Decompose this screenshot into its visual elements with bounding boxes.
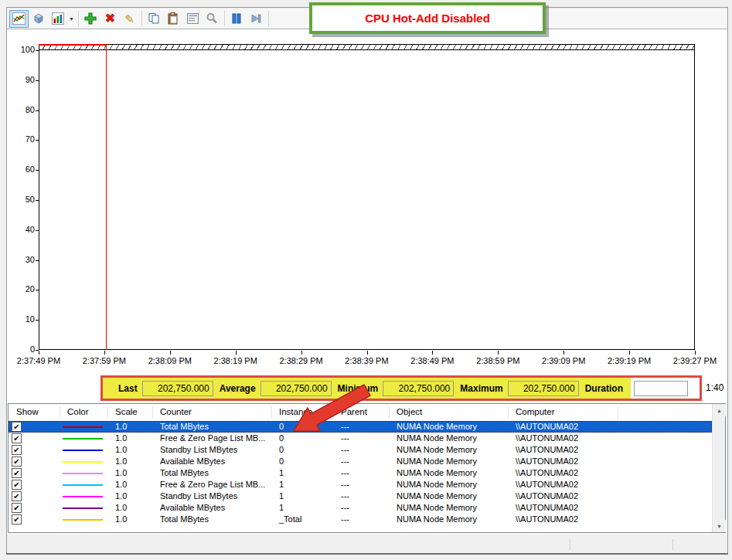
y-tick-label: 40 [2,225,35,234]
legend-row[interactable]: ✔1.0Total MBytes1---NUMA Node Memory\\AU… [9,467,712,479]
duration-value: 1:40 [706,382,723,393]
legend-row[interactable]: ✔1.0Standby List MBytes0---NUMA Node Mem… [9,444,712,456]
chart-type-icon [52,12,64,25]
y-tick-label: 0 [2,344,35,354]
scale-cell: 1.0 [115,491,151,501]
show-checkbox[interactable]: ✔ [12,468,22,478]
column-header-instance[interactable]: Instance [279,407,312,416]
computer-cell: \\AUTONUMA02 [516,514,624,524]
line-chart-view-button[interactable] [9,10,29,28]
object-cell: NUMA Node Memory [397,480,506,489]
scale-cell: 1.0 [115,433,151,443]
column-header-show[interactable]: Show [16,407,39,416]
scroll-up-icon: ▲ [717,408,722,413]
add-counter-button[interactable] [81,10,100,28]
counter-cell: Standby List MBytes [160,445,273,454]
delete-counter-icon: ✖ [105,12,115,25]
legend-row[interactable]: ✔1.0Free & Zero Page List MB...1---NUMA … [9,479,712,490]
toolbar-separator [224,11,225,26]
show-checkbox[interactable]: ✔ [12,514,22,524]
x-tick-label: 2:38:29 PM [268,356,335,365]
counter-cell: Available MBytes [160,456,273,466]
computer-cell: \\AUTONUMA02 [516,422,624,431]
counter-cell: Free & Zero Page List MB... [160,433,273,443]
highlight-button[interactable]: ✎ [120,10,139,28]
legend-header-row: ShowColorScaleCounterInstanceParentObjec… [9,404,712,421]
update-data-button[interactable] [247,10,266,28]
y-tick-mark [36,140,39,141]
show-checkbox[interactable]: ✔ [12,422,22,432]
column-header-object[interactable]: Object [397,407,422,416]
minimum-label: Minimum [338,383,379,394]
column-separator [107,406,108,419]
show-checkbox[interactable]: ✔ [12,480,22,490]
y-tick-label: 50 [2,195,35,204]
show-checkbox[interactable]: ✔ [12,491,22,501]
dropdown-caret-icon[interactable]: ▼ [69,16,74,22]
column-separator [389,406,390,419]
paste-counter-list-button[interactable] [164,10,183,28]
counter-cell: Total MBytes [160,422,273,431]
counter-cell: Total MBytes [160,514,273,524]
parent-cell: --- [341,491,387,501]
column-header-counter[interactable]: Counter [160,407,192,416]
color-swatch [63,496,103,497]
computer-cell: \\AUTONUMA02 [516,480,624,489]
column-header-scale[interactable]: Scale [115,407,138,416]
x-tick-mark [695,351,696,355]
color-swatch [63,450,103,451]
copy-properties-button[interactable] [145,10,164,28]
x-tick-mark [39,351,39,355]
color-swatch [63,484,103,486]
instance-cell: 1 [279,468,332,477]
freeze-display-button[interactable] [227,10,247,28]
column-separator [60,406,60,419]
show-checkbox[interactable]: ✔ [12,445,22,455]
column-header-computer[interactable]: Computer [516,407,555,416]
highlight-icon: ✎ [124,13,134,25]
counter-legend-table: ShowColorScaleCounterInstanceParentObjec… [8,403,726,533]
legend-scrollbar[interactable]: ▲ ▼ [712,404,725,532]
color-swatch [63,426,103,428]
legend-row[interactable]: ✔1.0Free & Zero Page List MB...0---NUMA … [9,433,712,444]
scroll-up-button[interactable]: ▲ [713,404,726,416]
instance-cell: 0 [279,433,332,443]
column-header-parent[interactable]: Parent [341,407,367,416]
parent-cell: --- [341,433,387,443]
properties-button[interactable] [183,10,203,28]
x-tick-label: 2:39:09 PM [530,356,597,365]
instance-cell: 0 [279,445,332,454]
computer-cell: \\AUTONUMA02 [516,445,624,454]
annotation-callout: CPU Hot-Add Disabled [309,2,546,34]
y-tick-mark [36,110,39,111]
last-value: 202,750.000 [142,381,213,396]
show-checkbox[interactable]: ✔ [12,433,22,443]
x-tick-label: 2:38:49 PM [399,356,465,365]
legend-row[interactable]: ✔1.0Standby List MBytes1---NUMA Node Mem… [9,490,712,502]
show-checkbox[interactable]: ✔ [12,503,22,513]
parent-cell: --- [341,422,387,431]
status-bar-separator [672,539,673,550]
column-header-color[interactable]: Color [67,407,88,416]
delete-counter-button[interactable]: ✖ [100,10,120,28]
scroll-down-button[interactable]: ▼ [713,520,726,532]
instance-cell: 1 [279,503,332,512]
legend-row[interactable]: ✔1.0Available MBytes0---NUMA Node Memory… [9,456,712,467]
computer-cell: \\AUTONUMA02 [516,468,624,477]
zoom-button[interactable] [203,10,222,28]
histogram-view-button[interactable] [29,10,48,28]
parent-cell: --- [341,445,387,454]
legend-row[interactable]: ✔1.0Total MBytes_Total---NUMA Node Memor… [9,514,712,525]
legend-row[interactable]: ✔1.0Available MBytes1---NUMA Node Memory… [9,502,712,514]
update-data-icon [250,12,262,25]
y-tick-mark [36,290,39,290]
counter-cell: Total MBytes [160,468,273,477]
column-separator [271,406,272,419]
x-tick-mark [104,351,105,355]
scale-cell: 1.0 [115,422,151,431]
chart-type-button[interactable] [48,10,67,28]
y-tick-label: 90 [2,75,35,84]
graph-plot-area [39,44,695,350]
legend-row[interactable]: ✔1.0Total MBytes0---NUMA Node Memory\\AU… [9,421,712,433]
show-checkbox[interactable]: ✔ [12,456,22,467]
